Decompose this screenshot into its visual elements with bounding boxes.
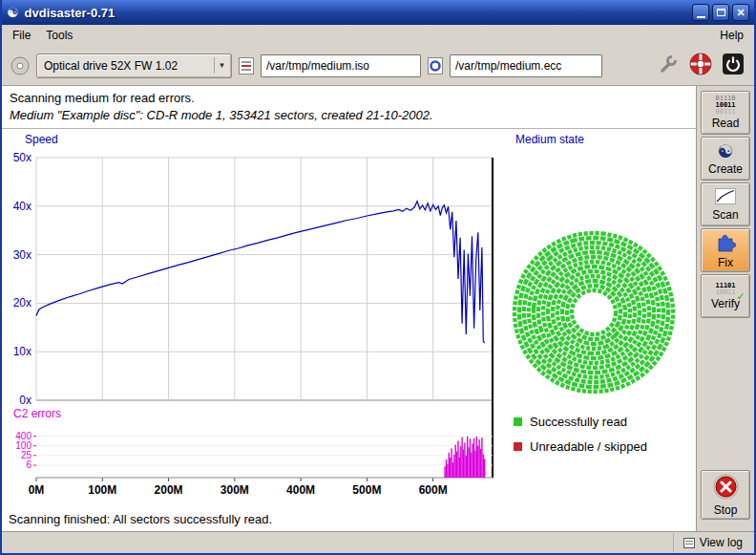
svg-text:40x: 40x — [13, 200, 32, 213]
view-log-button[interactable]: View log — [673, 533, 746, 552]
help-button[interactable] — [687, 53, 714, 79]
chevron-down-icon: ▼ — [214, 57, 229, 74]
scan-result-status: Scanning finished: All sectors successfu… — [9, 512, 272, 526]
read-icon: 01110 10011 00111 — [715, 96, 735, 116]
medium-state-disc — [511, 229, 677, 395]
svg-text:200M: 200M — [155, 483, 183, 497]
read-button-label: Read — [712, 117, 740, 130]
read-swatch-icon — [514, 417, 522, 426]
action-sidebar: 01110 10011 00111 Read ☯ Create Scan Fix… — [698, 86, 754, 531]
stop-button-label: Stop — [714, 503, 738, 517]
ecc-path-input[interactable] — [450, 54, 602, 77]
maximize-icon — [717, 9, 725, 16]
statusbar: View log — [2, 531, 754, 553]
verify-button-label: Verify — [711, 297, 740, 310]
verify-icon: 11101 10011 ✓ — [715, 283, 735, 296]
scan-button[interactable]: Scan — [701, 182, 750, 226]
svg-text:30x: 30x — [13, 248, 32, 262]
svg-text:6: 6 — [26, 459, 32, 470]
status-line-2: Medium "Example disc": CD-R mode 1, 3534… — [10, 108, 688, 122]
svg-text:500M: 500M — [352, 483, 381, 497]
log-window-icon — [683, 538, 695, 548]
create-button[interactable]: ☯ Create — [701, 137, 750, 181]
puzzle-icon — [715, 231, 736, 255]
status-head: Scanning medium for read errors. Medium … — [2, 86, 696, 129]
iso-path-input[interactable] — [261, 54, 421, 77]
legend-read-label: Successfully read — [530, 415, 627, 429]
svg-text:300M: 300M — [220, 483, 249, 497]
menu-help[interactable]: Help — [712, 26, 751, 45]
fix-button-label: Fix — [718, 256, 733, 269]
minimize-button[interactable] — [692, 4, 709, 21]
scan-curve-icon — [715, 188, 736, 207]
main-content: Scanning medium for read errors. Medium … — [2, 86, 697, 531]
svg-text:0M: 0M — [29, 483, 45, 497]
skipped-swatch-icon — [514, 442, 522, 451]
svg-text:400M: 400M — [286, 483, 315, 497]
chart-legend: Successfully read Unreadable / skipped — [514, 415, 647, 464]
legend-item-skipped: Unreadable / skipped — [514, 439, 647, 454]
titlebar[interactable]: ☯ dvdisaster-0.71 ✕ — [2, 0, 754, 25]
menu-file[interactable]: File — [5, 26, 38, 45]
create-button-label: Create — [708, 162, 743, 176]
svg-text:20x: 20x — [13, 296, 32, 310]
app-icon: ☯ — [7, 6, 19, 19]
minimize-icon — [697, 16, 705, 18]
close-button[interactable]: ✕ — [732, 4, 749, 21]
scan-button-label: Scan — [712, 208, 738, 222]
app-window: ☯ dvdisaster-0.71 ✕ File Tools Help Opti… — [0, 0, 756, 555]
menubar: File Tools Help — [2, 25, 754, 46]
drive-icon — [10, 55, 31, 76]
svg-text:100M: 100M — [88, 483, 116, 497]
svg-text:600M: 600M — [419, 483, 448, 497]
preferences-button[interactable] — [655, 53, 682, 79]
svg-text:10x: 10x — [13, 345, 32, 358]
iso-file-icon — [238, 56, 255, 75]
read-button[interactable]: 01110 10011 00111 Read — [701, 91, 750, 135]
stop-icon — [713, 474, 739, 502]
check-icon: ✓ — [737, 293, 744, 300]
lifebuoy-icon — [688, 52, 713, 79]
view-log-label: View log — [700, 536, 743, 549]
menu-tools[interactable]: Tools — [38, 26, 80, 45]
drive-select[interactable]: Optical drive 52X FW 1.02 ▼ — [36, 53, 232, 78]
yin-yang-icon: ☯ — [717, 142, 733, 161]
ecc-file-icon — [427, 56, 444, 75]
status-line-1: Scanning medium for read errors. — [10, 91, 688, 105]
wrench-icon — [657, 53, 680, 78]
svg-text:0x: 0x — [19, 394, 32, 407]
legend-skipped-label: Unreadable / skipped — [530, 439, 647, 454]
power-icon — [722, 53, 745, 78]
maximize-button[interactable] — [712, 4, 729, 21]
window-title: dvdisaster-0.71 — [25, 6, 689, 20]
toolbar: Optical drive 52X FW 1.02 ▼ — [2, 46, 754, 86]
drive-select-value: Optical drive 52X FW 1.02 — [44, 59, 210, 73]
svg-text:50x: 50x — [13, 151, 32, 164]
verify-button[interactable]: 11101 10011 ✓ Verify — [701, 274, 750, 318]
quit-button[interactable] — [720, 53, 746, 79]
fix-button[interactable]: Fix — [701, 228, 750, 272]
stop-button[interactable]: Stop — [701, 470, 750, 520]
close-icon: ✕ — [736, 7, 745, 19]
legend-item-read: Successfully read — [514, 415, 647, 429]
